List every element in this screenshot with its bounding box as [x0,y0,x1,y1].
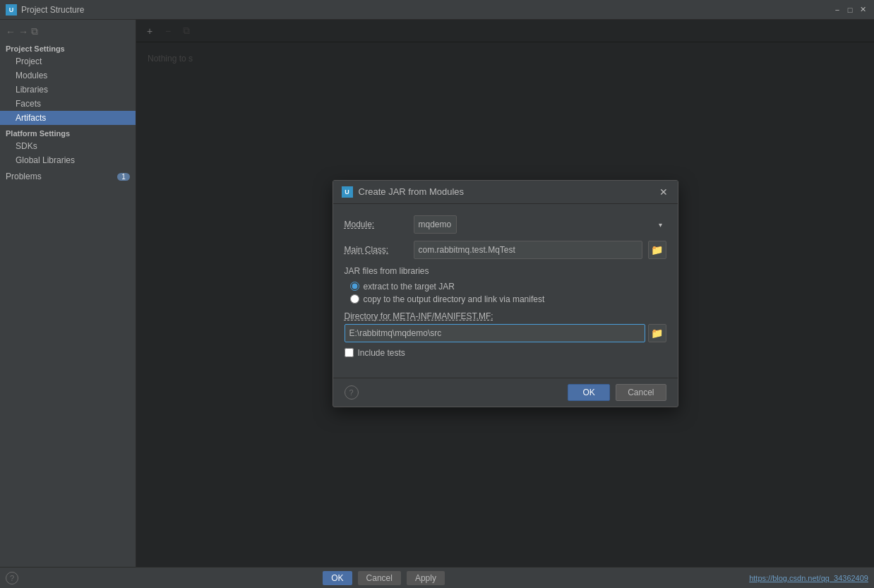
dialog-title: Create JAR from Modules [359,186,465,197]
sidebar: ← → ⧉ Project Settings Project Modules L… [0,20,136,567]
sidebar-item-modules[interactable]: Modules [0,68,136,83]
sidebar-item-facets[interactable]: Facets [0,97,136,111]
close-button[interactable]: ✕ [857,4,868,16]
bottom-bar-left: ? [6,572,18,584]
jar-files-radio-group: extract to the target JAR copy to the ou… [345,282,666,304]
module-label: Module: [345,220,408,229]
dialog-cancel-button[interactable]: Cancel [616,384,666,401]
dialog-title-left: U Create JAR from Modules [342,186,465,198]
radio-extract[interactable] [350,282,359,291]
dialog-close-button[interactable]: ✕ [658,186,669,198]
title-bar-left: U Project Structure [6,4,84,16]
bottom-help-button[interactable]: ? [6,572,18,584]
radio-copy-label[interactable]: copy to the output directory and link vi… [364,294,545,304]
modal-overlay: U Create JAR from Modules ✕ Module: mqde… [136,20,874,567]
sidebar-item-libraries[interactable]: Libraries [0,83,136,97]
title-bar: U Project Structure − □ ✕ [0,0,874,20]
radio-extract-label[interactable]: extract to the target JAR [364,282,455,292]
radio-copy[interactable] [350,294,359,304]
directory-row: Directory for META-INF/MANIFEST.MF: 📁 [345,311,666,342]
platform-settings-label: Platform Settings [0,125,136,139]
dialog-app-icon: U [342,186,353,198]
bottom-bar: ? OK Cancel Apply https://blog.csdn.net/… [0,567,874,588]
dialog-footer: ? OK Cancel [333,378,678,407]
problems-badge: 1 [117,173,130,181]
include-tests-label[interactable]: Include tests [358,348,405,358]
main-class-browse-button[interactable]: 📁 [648,241,666,259]
module-select[interactable]: mqdemo [414,215,457,234]
app-icon: U [6,4,17,16]
sidebar-item-sdks[interactable]: SDKs [0,139,136,153]
minimize-button[interactable]: − [832,4,843,16]
problems-row[interactable]: Problems 1 [0,167,136,186]
directory-browse-button[interactable]: 📁 [648,324,666,342]
status-url[interactable]: https://blog.csdn.net/qq_34362409 [749,574,868,582]
sidebar-item-artifacts[interactable]: Artifacts [0,111,136,125]
directory-input-row: 📁 [345,324,666,342]
nav-forward-icon[interactable]: → [18,26,28,37]
dialog-ok-button[interactable]: OK [568,384,610,401]
bottom-apply-button[interactable]: Apply [407,571,445,585]
dialog-body: Module: mqdemo Main Class: 📁 [333,204,678,378]
problems-label: Problems [6,172,42,181]
create-jar-dialog: U Create JAR from Modules ✕ Module: mqde… [333,180,678,407]
content-area: + − ⧉ Nothing to s U Create JAR from Mod… [136,20,874,567]
include-tests-row: Include tests [345,348,666,358]
nav-back-icon[interactable]: ← [6,26,16,37]
dialog-actions: OK Cancel [568,384,666,401]
main-layout: ← → ⧉ Project Settings Project Modules L… [0,20,874,567]
main-class-label: Main Class: [345,245,408,255]
module-row: Module: mqdemo [345,215,666,234]
radio-row-copy: copy to the output directory and link vi… [350,294,666,304]
bottom-bar-right: OK Cancel Apply [323,571,445,585]
directory-input[interactable] [345,324,645,342]
main-class-input[interactable] [414,241,642,259]
module-select-wrapper: mqdemo [414,215,666,234]
bottom-cancel-button[interactable]: Cancel [358,571,401,585]
directory-label: Directory for META-INF/MANIFEST.MF: [345,311,666,321]
bottom-ok-button[interactable]: OK [323,571,352,585]
dialog-title-bar: U Create JAR from Modules ✕ [333,181,678,204]
radio-row-extract: extract to the target JAR [350,282,666,292]
window-controls: − □ ✕ [832,4,868,16]
maximize-button[interactable]: □ [844,4,856,16]
sidebar-item-project[interactable]: Project [0,54,136,68]
include-tests-checkbox[interactable] [345,348,354,357]
nav-copy-icon[interactable]: ⧉ [31,25,38,37]
jar-files-section-title: JAR files from libraries [345,266,666,276]
project-settings-label: Project Settings [0,40,136,54]
dialog-help-button[interactable]: ? [345,385,359,400]
main-class-row: Main Class: 📁 [345,241,666,259]
sidebar-nav-row: ← → ⧉ [0,23,136,40]
sidebar-item-global-libraries[interactable]: Global Libraries [0,153,136,167]
window-title: Project Structure [21,5,84,15]
